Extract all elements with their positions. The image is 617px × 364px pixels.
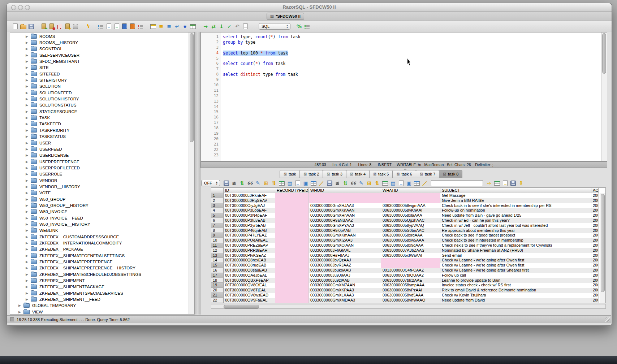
- table-cell[interactable]: Give Jenn a BIG RAISE: [440, 198, 591, 203]
- table-cell[interactable]: 0033000000GmXLXAA3: [309, 293, 381, 298]
- table-cell[interactable]: 0033000000GmXOiAAN: [309, 243, 381, 248]
- disclosure-triangle-icon[interactable]: ▶: [25, 216, 29, 220]
- table-row[interactable]: 100T3000000L0RknEAFGet Massage200: [211, 193, 605, 198]
- table-cell[interactable]: 0033000000H9i0pAAB: [309, 228, 381, 233]
- table-cell[interactable]: [275, 253, 309, 258]
- row-number-cell[interactable]: 3: [211, 203, 224, 208]
- table-row[interactable]: 1600T3000000Q8sauEAB0033000000JbukoAAB00…: [211, 268, 605, 273]
- disclosure-triangle-icon[interactable]: ▶: [25, 122, 29, 126]
- disclosure-triangle-icon[interactable]: ▶: [25, 191, 29, 195]
- document-tab[interactable]: ☒ *SFDCW50 II: [267, 13, 304, 20]
- row-number-cell[interactable]: 16: [211, 268, 224, 273]
- row-number-cell[interactable]: 2: [211, 198, 224, 203]
- result-tab[interactable]: ☒task 3: [323, 170, 346, 178]
- tree-item[interactable]: ▶USERROLE: [10, 171, 194, 177]
- filter-results-icon[interactable]: ≢: [334, 180, 341, 187]
- disclosure-triangle-icon[interactable]: ▶: [25, 266, 29, 270]
- row-number-cell[interactable]: 9: [211, 233, 224, 238]
- disclosure-triangle-icon[interactable]: ▶: [25, 72, 29, 76]
- disclosure-triangle-icon[interactable]: ▶: [25, 198, 29, 201]
- tree-item[interactable]: ▶USERPROFILEFEED: [10, 165, 194, 171]
- table-cell[interactable]: 200: [591, 223, 599, 228]
- sql-editor[interactable]: 1234567891011121314151617181920212223 se…: [200, 32, 607, 161]
- autocommit-select[interactable]: OFF ▲▼: [201, 180, 220, 186]
- wrap-lines-icon[interactable]: ↵: [174, 23, 181, 30]
- table-row[interactable]: 1400T3000000Q8rexEAB0033000000JbvQzAAJCh…: [211, 258, 605, 263]
- describe-table-icon[interactable]: [98, 23, 104, 30]
- row-number-cell[interactable]: 21: [211, 293, 224, 298]
- table-horizontal-scrollbar[interactable]: [211, 304, 606, 309]
- table-row[interactable]: 1300T3000000PfvKSEAZ0033000000HirF8AAJ00…: [211, 253, 605, 258]
- disclosure-triangle-icon[interactable]: ▶: [25, 172, 29, 176]
- table-cell[interactable]: 00T3000000P3yrbEAB: [224, 223, 275, 228]
- disclosure-triangle-icon[interactable]: ▶: [25, 147, 29, 151]
- table-cell[interactable]: 00T3000000P3N4pEAF: [224, 213, 275, 218]
- tree-item[interactable]: ▶SELFSERVICEUSER: [10, 52, 194, 58]
- table-cell[interactable]: Follow-up on nomination: [440, 208, 591, 213]
- download-results-icon[interactable]: ⇩: [518, 180, 525, 187]
- disclosure-triangle-icon[interactable]: ▶: [25, 273, 29, 276]
- tree-item[interactable]: ▶ZKFEDEX__INTERNATIONALCOMMODITY: [10, 240, 194, 246]
- table-cell[interactable]: Check-in w/ Jeff - couldn't afford last …: [440, 223, 591, 228]
- disclosure-triangle-icon[interactable]: ▶: [25, 116, 29, 120]
- table-cell[interactable]: 200: [591, 253, 599, 258]
- table-cell[interactable]: 0033000000GmXKmAAN: [309, 233, 381, 238]
- table-cell[interactable]: 00630000005xfWaAAI: [381, 253, 440, 258]
- table-row[interactable]: 2000T3000000QV8TjEAL0033000000GmXKPAA300…: [211, 288, 605, 293]
- tree-item[interactable]: ▶VENDOR__HISTORY: [10, 183, 194, 190]
- table-cell[interactable]: 00T3000000QV8wsEAD: [224, 293, 275, 298]
- tree-item[interactable]: ▶USER: [10, 140, 194, 146]
- refresh-results-icon[interactable]: ⇅: [342, 180, 349, 187]
- row-number-cell[interactable]: 15: [211, 263, 224, 268]
- table-cell[interactable]: 00T3000000QAeJbEAL: [224, 273, 275, 278]
- table-cell[interactable]: [275, 298, 309, 303]
- disclosure-triangle-icon[interactable]: ▶: [18, 310, 21, 314]
- disclosure-triangle-icon[interactable]: ▶: [18, 304, 21, 307]
- table-cell[interactable]: 00T3000000QV9FaEAL: [224, 298, 275, 303]
- table-cell[interactable]: 0033000000GmXM7AAN: [309, 283, 381, 288]
- table-cell[interactable]: 200: [591, 213, 599, 218]
- table-cell[interactable]: 0033000000JbvRJAAZ: [309, 263, 381, 268]
- filter-results-icon[interactable]: ≢: [231, 180, 238, 187]
- table-cell[interactable]: 200: [591, 298, 599, 303]
- execute-sql-icon[interactable]: ϟ: [85, 23, 92, 30]
- disclosure-triangle-icon[interactable]: ▶: [25, 110, 29, 113]
- database-icon[interactable]: [72, 23, 79, 30]
- table-cell[interactable]: 00T3000000POeAnEAL: [224, 238, 275, 243]
- table-cell[interactable]: Check w/ Leanne - we're going after Owen…: [440, 258, 591, 263]
- table-cell[interactable]: [381, 258, 440, 263]
- search-wand-icon[interactable]: ／: [422, 180, 428, 187]
- row-number-cell[interactable]: 8: [211, 228, 224, 233]
- table-cell[interactable]: 200: [591, 258, 599, 263]
- tree-item[interactable]: ▶SCONTROL: [10, 46, 194, 52]
- export-table-icon[interactable]: [150, 23, 157, 30]
- fetch-down-icon[interactable]: ↓: [218, 23, 225, 30]
- tree-item[interactable]: ▶ZKFEDEX__SHIPMATESCHEDULEDJOBSSETTINGS: [10, 271, 194, 277]
- table-cell[interactable]: Check back to see if good target prospec…: [440, 233, 591, 238]
- minimize-window-button[interactable]: [18, 5, 23, 10]
- table-cell[interactable]: 006300000058x9qAAA: [381, 243, 440, 248]
- table-cell[interactable]: [381, 198, 440, 203]
- table-cell[interactable]: 00T3000000L0RknEAF: [224, 193, 275, 198]
- table-cell[interactable]: 200: [591, 273, 599, 278]
- disclosure-triangle-icon[interactable]: ▶: [25, 241, 29, 245]
- tree-item[interactable]: ▶SFDC_REGISTRANT: [10, 58, 194, 64]
- tree-item[interactable]: ▶SITE: [10, 65, 194, 71]
- table-cell[interactable]: [275, 193, 309, 198]
- table-cell[interactable]: 006300000058xlaAAA: [381, 213, 440, 218]
- tree-item[interactable]: ▶W50_INVOICE__FEED: [10, 215, 194, 221]
- tree-item[interactable]: ▶ZKFEDEX__CUSTOMADDRESSSOURCE: [10, 234, 194, 240]
- close-window-button[interactable]: [11, 5, 16, 10]
- add-connection-icon[interactable]: +: [64, 23, 71, 30]
- open-file-icon[interactable]: [20, 23, 27, 30]
- tree-scrollbar[interactable]: [189, 32, 194, 314]
- save-results-icon[interactable]: [223, 180, 230, 187]
- table-cell[interactable]: 0013000000C4fFCAAZ: [381, 268, 440, 273]
- table-cell[interactable]: 00T3000000PRR8rEAH: [224, 248, 275, 253]
- table-cell[interactable]: 0033000000JbvQzAAJ: [309, 258, 381, 263]
- table-cell[interactable]: 200: [591, 243, 599, 248]
- table-row[interactable]: 500T3000000P3N4pEAF0033000000GmXHnAAN006…: [211, 213, 605, 218]
- copy-results-icon[interactable]: ▣: [406, 180, 413, 187]
- table-cell[interactable]: 0033000000GmXKPAA3: [309, 288, 381, 293]
- tree-item[interactable]: ▶USERPREFERENCE: [10, 159, 194, 165]
